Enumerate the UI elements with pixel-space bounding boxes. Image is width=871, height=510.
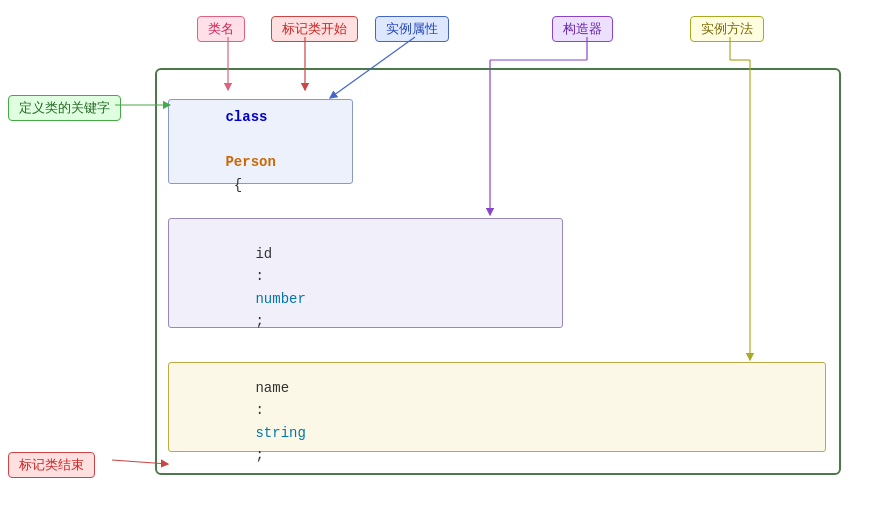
label-instance-method: 实例方法 [690, 16, 764, 42]
label-class-end: 标记类结束 [8, 452, 95, 478]
colon2: : [255, 402, 272, 418]
prop-name: name [255, 380, 289, 396]
code-line-1: class Person { [175, 84, 821, 218]
label-class-start: 标记类开始 [271, 16, 358, 42]
code-line-3: name : string ; [175, 355, 821, 489]
class-person: Person [225, 154, 275, 170]
space [225, 132, 233, 148]
type-number1: number [255, 291, 305, 307]
code-line-4: age : number = 18 ; [175, 489, 821, 510]
label-constructor: 构造器 [552, 16, 613, 42]
keyword-class: class [225, 109, 267, 125]
prop-id: id [255, 246, 272, 262]
code-block: class Person { id : number ; name : stri… [155, 68, 841, 475]
code-line-2: id : number ; [175, 220, 821, 354]
brace-open: { [225, 177, 242, 193]
page-container: 类名 标记类开始 实例属性 构造器 实例方法 定义类的关键字 标记类结束 cla… [0, 0, 871, 510]
type-string1: string [255, 425, 305, 441]
semi2: ; [255, 447, 263, 463]
semi1: ; [255, 313, 263, 329]
label-instance-props: 实例属性 [375, 16, 449, 42]
colon1: : [255, 268, 272, 284]
label-class-name: 类名 [197, 16, 245, 42]
label-define-keyword: 定义类的关键字 [8, 95, 121, 121]
